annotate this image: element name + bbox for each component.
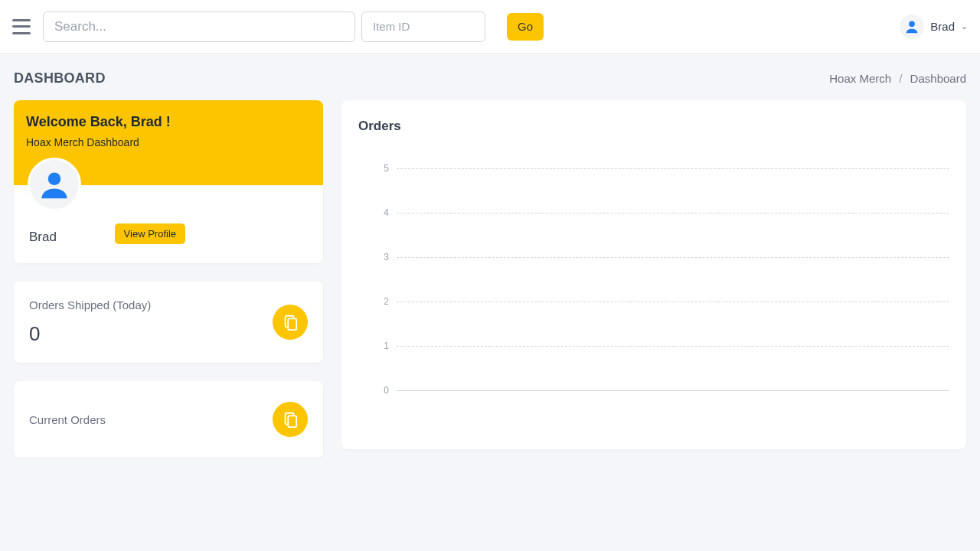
breadcrumb-root[interactable]: Hoax Merch	[829, 72, 891, 85]
orders-shipped-card: Orders Shipped (Today) 0	[14, 282, 323, 363]
chart-gridline	[397, 168, 949, 169]
svg-rect-3	[288, 318, 296, 330]
clipboard-icon	[273, 305, 308, 340]
user-name-label: Brad	[930, 20, 955, 33]
chevron-down-icon: ⌄	[961, 21, 968, 31]
svg-rect-5	[288, 416, 296, 427]
breadcrumb-separator: /	[899, 72, 902, 85]
orders-chart-card: Orders 012345	[341, 100, 966, 449]
header: Go Brad ⌄	[0, 0, 980, 54]
welcome-card: Welcome Back, Brad ! Hoax Merch Dashboar…	[14, 100, 323, 263]
clipboard-icon	[273, 402, 308, 437]
breadcrumb: Hoax Merch / Dashboard	[829, 72, 966, 85]
chart-gridline	[397, 390, 949, 391]
user-menu[interactable]: Brad ⌄	[900, 15, 968, 39]
orders-shipped-value: 0	[29, 322, 151, 346]
current-orders-label: Current Orders	[29, 413, 106, 426]
breadcrumb-current: Dashboard	[910, 72, 966, 85]
orders-chart: 012345	[378, 155, 949, 408]
chart-y-tick: 4	[378, 207, 389, 218]
user-avatar-icon	[900, 15, 924, 39]
menu-toggle-button[interactable]	[12, 19, 31, 34]
page-title: DASHBOARD	[14, 70, 106, 86]
welcome-subtitle: Hoax Merch Dashboard	[26, 136, 311, 148]
orders-shipped-label: Orders Shipped (Today)	[29, 298, 151, 311]
chart-gridline	[397, 257, 949, 258]
chart-y-tick: 2	[378, 296, 389, 307]
view-profile-button[interactable]: View Profile	[115, 223, 185, 244]
chart-y-tick: 1	[378, 341, 389, 351]
chart-gridline	[397, 346, 949, 347]
chart-y-tick: 5	[378, 163, 389, 174]
page-header: DASHBOARD Hoax Merch / Dashboard	[0, 54, 980, 96]
orders-chart-title: Orders	[358, 119, 949, 134]
chart-gridline	[397, 213, 949, 214]
profile-avatar-icon	[28, 158, 81, 211]
search-input[interactable]	[43, 11, 355, 42]
item-id-input[interactable]	[361, 11, 485, 42]
go-button[interactable]: Go	[507, 13, 544, 41]
welcome-title: Welcome Back, Brad !	[26, 114, 311, 130]
current-orders-card: Current Orders	[14, 381, 323, 458]
svg-point-0	[909, 21, 915, 27]
chart-gridline	[397, 302, 949, 302]
svg-point-1	[48, 172, 61, 185]
chart-y-tick: 0	[378, 385, 389, 396]
chart-y-tick: 3	[378, 252, 389, 262]
